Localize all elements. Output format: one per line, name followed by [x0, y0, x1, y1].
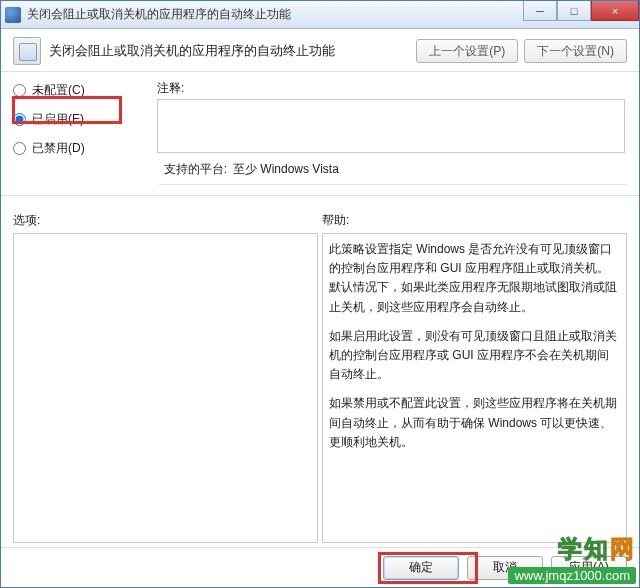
help-column: 帮助: 此策略设置指定 Windows 是否允许没有可见顶级窗口的控制台应用程序…: [322, 212, 627, 543]
right-fields: 注释: 支持的平台: 至少 Windows Vista: [157, 80, 627, 178]
client-area: 关闭会阻止或取消关机的应用程序的自动终止功能 上一个设置(P) 下一个设置(N)…: [1, 29, 639, 587]
radio-not-configured-label: 未配置(C): [32, 82, 85, 99]
policy-icon: [13, 37, 41, 65]
next-setting-button[interactable]: 下一个设置(N): [524, 39, 627, 63]
cancel-button[interactable]: 取消: [467, 556, 543, 580]
header-row: 关闭会阻止或取消关机的应用程序的自动终止功能 上一个设置(P) 下一个设置(N): [1, 29, 639, 72]
radio-disabled-input[interactable]: [13, 142, 26, 155]
platform-underline: [159, 184, 627, 185]
platforms-value: 至少 Windows Vista: [233, 161, 339, 178]
comment-label: 注释:: [157, 80, 627, 97]
comment-textarea[interactable]: [157, 99, 625, 153]
radio-disabled-label: 已禁用(D): [32, 140, 85, 157]
options-panel[interactable]: [13, 233, 318, 543]
help-label: 帮助:: [322, 212, 627, 229]
radio-not-configured-input[interactable]: [13, 84, 26, 97]
policy-title: 关闭会阻止或取消关机的应用程序的自动终止功能: [49, 42, 410, 60]
radio-disabled[interactable]: 已禁用(D): [13, 140, 153, 157]
platform-row: 支持的平台: 至少 Windows Vista: [157, 161, 627, 178]
config-grid: 未配置(C) 已启用(E) 已禁用(D) 注释: 支持的平台: 至少 Windo…: [1, 72, 639, 178]
state-radio-group: 未配置(C) 已启用(E) 已禁用(D): [13, 80, 153, 157]
lower-columns: 选项: 帮助: 此策略设置指定 Windows 是否允许没有可见顶级窗口的控制台…: [1, 195, 639, 547]
platforms-label: 支持的平台:: [157, 161, 227, 178]
radio-not-configured[interactable]: 未配置(C): [13, 82, 153, 99]
ok-button[interactable]: 确定: [383, 556, 459, 580]
radio-enabled-label: 已启用(E): [32, 111, 84, 128]
apply-button[interactable]: 应用(A): [551, 556, 627, 580]
bottom-bar: 确定 取消 应用(A): [1, 547, 639, 587]
prev-setting-button[interactable]: 上一个设置(P): [416, 39, 518, 63]
close-button[interactable]: ×: [591, 1, 639, 21]
maximize-button[interactable]: □: [557, 1, 591, 21]
minimize-button[interactable]: ─: [523, 1, 557, 21]
window-title: 关闭会阻止或取消关机的应用程序的自动终止功能: [27, 6, 291, 23]
radio-enabled-input[interactable]: [13, 113, 26, 126]
dialog-window: 关闭会阻止或取消关机的应用程序的自动终止功能 ─ □ × 关闭会阻止或取消关机的…: [0, 0, 640, 588]
options-column: 选项:: [13, 212, 318, 543]
help-panel[interactable]: 此策略设置指定 Windows 是否允许没有可见顶级窗口的控制台应用程序和 GU…: [322, 233, 627, 543]
titlebar[interactable]: 关闭会阻止或取消关机的应用程序的自动终止功能 ─ □ ×: [1, 1, 639, 29]
window-controls: ─ □ ×: [523, 1, 639, 21]
options-label: 选项:: [13, 212, 318, 229]
app-icon: [5, 7, 21, 23]
radio-enabled[interactable]: 已启用(E): [13, 111, 153, 128]
